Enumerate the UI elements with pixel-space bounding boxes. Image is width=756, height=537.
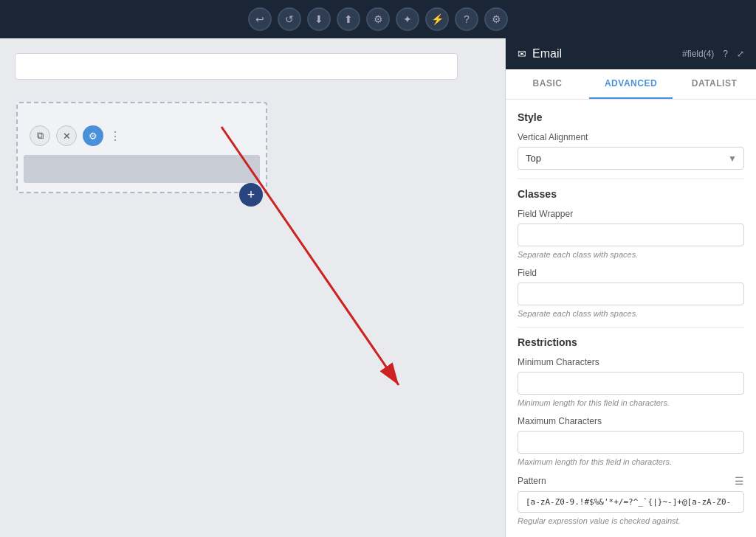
config-button[interactable]: ⚙ bbox=[484, 7, 508, 31]
max-chars-label: Maximum Characters bbox=[518, 416, 744, 426]
max-chars-input[interactable] bbox=[518, 431, 744, 454]
style-section-title: Style bbox=[518, 111, 744, 123]
field-toolbar-row: ⧉ ✕ ⚙ ⋮ bbox=[18, 103, 266, 152]
tab-datalist[interactable]: DATALIST bbox=[673, 69, 756, 99]
add-field-button[interactable]: + bbox=[239, 183, 263, 207]
pattern-input[interactable] bbox=[518, 491, 744, 513]
panel-tabs: BASIC ADVANCED DATALIST bbox=[506, 69, 756, 100]
right-panel: ✉ Email #field(4) ? ⤢ BASIC ADVANCED DAT… bbox=[505, 38, 756, 537]
field-class-label: Field bbox=[518, 268, 744, 278]
min-chars-label: Minimum Characters bbox=[518, 357, 744, 367]
field-class-input[interactable] bbox=[518, 283, 744, 305]
field-wrapper-hint: Separate each class with spaces. bbox=[518, 250, 744, 259]
panel-header-actions: #field(4) ? ⤢ bbox=[682, 49, 744, 59]
min-chars-hint: Minimum length for this field in charact… bbox=[518, 398, 744, 407]
panel-help-button[interactable]: ? bbox=[723, 49, 728, 59]
main-layout: ⚙ ⧉ ✕ ⚙ ⋮ + bbox=[0, 38, 756, 537]
canvas-area: ⚙ ⧉ ✕ ⚙ ⋮ + bbox=[0, 38, 505, 537]
email-icon: ✉ bbox=[518, 48, 526, 60]
more-options-button[interactable]: ⋮ bbox=[109, 129, 121, 143]
download-button[interactable]: ⬇ bbox=[307, 7, 331, 31]
help-button[interactable]: ? bbox=[455, 7, 478, 31]
magic-button[interactable]: ✦ bbox=[396, 7, 419, 31]
field-wrapper-input[interactable] bbox=[518, 224, 744, 246]
copy-button[interactable]: ⧉ bbox=[30, 125, 50, 146]
upload-button[interactable]: ⬆ bbox=[337, 7, 360, 31]
pattern-menu-icon[interactable]: ☰ bbox=[735, 475, 744, 487]
close-button[interactable]: ✕ bbox=[56, 125, 77, 146]
tab-basic[interactable]: BASIC bbox=[506, 69, 589, 99]
min-chars-input[interactable] bbox=[518, 372, 744, 395]
vertical-alignment-select[interactable]: Top Middle Bottom bbox=[518, 147, 744, 170]
undo-button[interactable]: ↩ bbox=[248, 7, 272, 31]
field-class-hint: Separate each class with spaces. bbox=[518, 309, 744, 318]
field-settings-button[interactable]: ⚙ bbox=[83, 125, 103, 146]
divider-2 bbox=[518, 327, 744, 328]
max-chars-hint: Maximum length for this field in charact… bbox=[518, 457, 744, 466]
toolbar: ↩ ↺ ⬇ ⬆ ⚙ ✦ ⚡ ? ⚙ bbox=[0, 0, 756, 38]
classes-section-title: Classes bbox=[518, 188, 744, 200]
panel-title: ✉ Email bbox=[518, 47, 562, 60]
panel-body: Style Vertical Alignment Top Middle Bott… bbox=[506, 100, 756, 537]
panel-header: ✉ Email #field(4) ? ⤢ bbox=[506, 38, 756, 69]
divider-1 bbox=[518, 179, 744, 179]
field-id-label: #field(4) bbox=[682, 49, 714, 59]
field-wrapper-label: Field Wrapper bbox=[518, 209, 744, 219]
panel-title-text: Email bbox=[532, 47, 562, 60]
settings-button[interactable]: ⚙ bbox=[366, 7, 390, 31]
redo-button[interactable]: ↺ bbox=[278, 7, 301, 31]
tab-advanced[interactable]: ADVANCED bbox=[589, 69, 673, 99]
vertical-alignment-wrapper: Top Middle Bottom ▼ bbox=[518, 147, 744, 170]
pattern-label: Pattern bbox=[518, 476, 546, 486]
field-selection-box: ⧉ ✕ ⚙ ⋮ + bbox=[16, 102, 267, 193]
pattern-hint: Regular expression value is checked agai… bbox=[518, 516, 744, 525]
panel-expand-button[interactable]: ⤢ bbox=[737, 49, 744, 59]
vertical-alignment-label: Vertical Alignment bbox=[518, 132, 744, 142]
field-placeholder-bar bbox=[24, 155, 260, 183]
restrictions-section-title: Restrictions bbox=[518, 336, 744, 348]
canvas-input-field[interactable] bbox=[15, 53, 458, 80]
lightning-button[interactable]: ⚡ bbox=[425, 7, 449, 31]
canvas-content: ⚙ ⧉ ✕ ⚙ ⋮ + bbox=[0, 38, 505, 208]
pattern-header: Pattern ☰ bbox=[518, 475, 744, 487]
